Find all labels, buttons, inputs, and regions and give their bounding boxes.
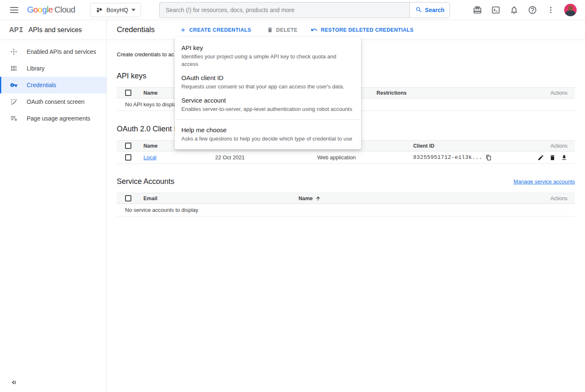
trash-icon [267, 27, 273, 33]
collapse-sidebar-button[interactable] [10, 379, 18, 386]
menu-item-help-me-choose[interactable]: Help me choose Asks a few questions to h… [175, 123, 361, 146]
create-credentials-menu: API key Identifies your project using a … [175, 37, 361, 149]
sidebar-item-label: Page usage agreements [27, 115, 90, 122]
logo-letter: o [33, 5, 38, 14]
sidebar-item-credentials[interactable]: Credentials [0, 77, 106, 93]
api-logo: API [9, 25, 23, 35]
project-name: BoxyHQ [106, 7, 128, 13]
creation-date-cell: 22 Oct 2021 [215, 154, 317, 161]
create-credentials-label: CREATE CREDENTIALS [189, 27, 251, 33]
create-credentials-button[interactable]: CREATE CREDENTIALS [180, 27, 251, 33]
client-name-link[interactable]: Local [143, 154, 215, 161]
client-id-cell: 83255951712-eil3k... [413, 154, 537, 161]
menu-item-title: API key [181, 44, 354, 52]
logo-letter: o [38, 5, 43, 14]
search-button-label: Search [425, 7, 444, 13]
toolbar: Credentials CREATE CREDENTIALS DELETE RE… [107, 20, 585, 40]
sidebar: Enabled APIs and services Library Creden… [0, 40, 107, 392]
logo-cloud-text: Cloud [55, 5, 75, 14]
column-header-email: Email [143, 196, 299, 201]
table-row: Local 22 Oct 2021 Web application 832559… [117, 151, 575, 164]
project-selector[interactable]: BoxyHQ [90, 3, 141, 17]
bell-icon[interactable] [509, 5, 519, 15]
sidebar-item-page-usage[interactable]: Page usage agreements [0, 110, 106, 127]
sidebar-item-oauth-consent[interactable]: OAuth consent screen [0, 93, 106, 110]
column-header-actions: Actions [550, 90, 567, 96]
delete-label: DELETE [276, 27, 297, 33]
google-cloud-logo[interactable]: GoogleCloud [27, 5, 75, 15]
undo-icon [311, 26, 318, 33]
menu-item-description: Identifies your project using a simple A… [181, 53, 354, 68]
service-accounts-header-row: Email Name Actions [117, 193, 575, 204]
menu-item-title: OAuth client ID [181, 74, 354, 82]
chevron-down-icon [131, 9, 136, 11]
kebab-icon[interactable] [546, 5, 556, 15]
hamburger-menu-icon[interactable] [10, 7, 18, 13]
restore-label: RESTORE DELETED CREDENTIALS [321, 27, 413, 33]
enabled-apis-icon [10, 48, 18, 55]
menu-item-title: Service account [181, 96, 354, 105]
restore-deleted-credentials-button[interactable]: RESTORE DELETED CREDENTIALS [311, 26, 413, 33]
search-input[interactable] [160, 3, 409, 18]
copy-icon[interactable] [486, 155, 492, 161]
key-icon [10, 81, 18, 89]
menu-item-title: Help me choose [181, 126, 354, 134]
chevron-left-bar-icon [10, 379, 18, 386]
menu-item-description: Requests user consent so that your app c… [181, 83, 354, 90]
sidebar-item-label: Enabled APIs and services [27, 48, 96, 55]
sidebar-item-library[interactable]: Library [0, 60, 106, 77]
edit-icon[interactable] [537, 154, 544, 161]
topbar-icons [472, 4, 577, 16]
type-cell: Web application [317, 154, 413, 161]
agreements-icon [10, 115, 18, 122]
product-header: API APIs and services [0, 20, 107, 40]
select-all-checkbox[interactable] [125, 90, 131, 96]
sidebar-item-label: Library [27, 65, 45, 72]
name-label: Name [299, 196, 313, 201]
menu-item-description: Asks a few questions to help you decide … [181, 135, 354, 143]
sort-ascending-icon[interactable] [315, 196, 321, 201]
menu-item-api-key[interactable]: API key Identifies your project using a … [175, 41, 361, 71]
plus-icon [180, 27, 186, 33]
sidebar-item-enabled-apis[interactable]: Enabled APIs and services [0, 43, 106, 60]
page-title: Credentials [117, 25, 155, 34]
menu-item-oauth-client-id[interactable]: OAuth client ID Requests user consent so… [175, 71, 361, 93]
column-header-client-id: Client ID [413, 143, 550, 149]
menu-item-service-account[interactable]: Service account Enables server-to-server… [175, 93, 361, 116]
consent-screen-icon [10, 98, 18, 106]
cloud-shell-icon[interactable] [491, 5, 501, 15]
google-cloud-console: GoogleCloud BoxyHQ Search [0, 0, 585, 392]
help-icon[interactable] [527, 5, 537, 15]
top-bar: GoogleCloud BoxyHQ Search [0, 0, 585, 20]
service-accounts-empty-row: No service accounts to display [117, 204, 575, 216]
column-header-name: Name [299, 196, 550, 201]
search-box: Search [159, 2, 450, 18]
download-icon[interactable] [561, 154, 567, 161]
sidebar-item-label: Credentials [27, 82, 56, 88]
select-all-checkbox[interactable] [125, 143, 131, 149]
logo-letter: e [48, 5, 53, 14]
logo-letter: G [27, 5, 33, 14]
column-header-restrictions: Restrictions [377, 90, 550, 96]
product-title: APIs and services [28, 26, 82, 34]
search-icon [415, 6, 422, 13]
delete-button[interactable]: DELETE [267, 27, 297, 33]
sidebar-item-label: OAuth consent screen [27, 98, 85, 105]
avatar[interactable] [564, 4, 577, 16]
service-accounts-title: Service Accounts [117, 177, 174, 186]
menu-divider [175, 119, 361, 120]
gift-icon[interactable] [472, 5, 482, 15]
manage-service-accounts-link[interactable]: Manage service accounts [514, 178, 575, 185]
column-header-actions: Actions [550, 196, 567, 201]
row-checkbox[interactable] [125, 154, 131, 161]
search-button[interactable]: Search [409, 3, 449, 18]
library-icon [10, 65, 18, 72]
row-actions [537, 154, 567, 161]
client-id-value: 83255951712-eil3k... [413, 154, 482, 161]
service-accounts-table: Email Name Actions No service accounts t… [117, 193, 575, 216]
logo-letter: g [42, 5, 47, 14]
select-all-checkbox[interactable] [125, 195, 131, 201]
delete-row-icon[interactable] [549, 154, 556, 161]
column-header-actions: Actions [550, 143, 567, 149]
project-icon [95, 6, 103, 14]
